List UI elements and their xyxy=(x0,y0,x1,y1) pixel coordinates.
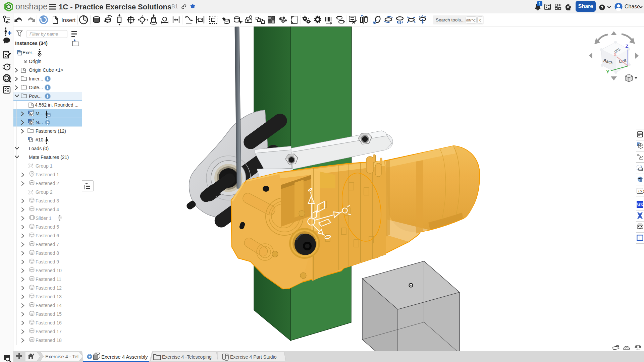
svg-text:MK: MK xyxy=(637,202,644,207)
svg-text:4.562 in. Rounded ...: 4.562 in. Rounded ... xyxy=(35,102,78,108)
svg-text:Insert: Insert xyxy=(61,17,76,23)
svg-text:Search tools...: Search tools... xyxy=(436,17,465,22)
svg-text:Slider 1: Slider 1 xyxy=(36,216,52,221)
svg-text:Fastened 7: Fastened 7 xyxy=(36,242,59,247)
svg-text:Fastened 10: Fastened 10 xyxy=(36,268,62,273)
svg-text:alt/⌥: alt/⌥ xyxy=(466,18,476,22)
svg-text:Exercise 4 - Tel: Exercise 4 - Tel xyxy=(45,354,78,359)
svg-text:Fastened 13: Fastened 13 xyxy=(36,294,62,299)
svg-text:Loads (0): Loads (0) xyxy=(29,146,49,151)
svg-text:Fastened 4: Fastened 4 xyxy=(36,207,59,212)
svg-text:Fastened 16: Fastened 16 xyxy=(36,320,62,325)
svg-text:?: ? xyxy=(601,5,603,10)
svg-text:Fastened 11: Fastened 11 xyxy=(36,277,61,282)
svg-text:1: 1 xyxy=(539,2,541,6)
svg-text:Group 2: Group 2 xyxy=(36,189,53,195)
svg-text:M...: M... xyxy=(36,111,43,116)
svg-text:Fastened 2: Fastened 2 xyxy=(36,181,59,186)
svg-text:Origin: Origin xyxy=(29,59,41,64)
svg-text:Fastened 6: Fastened 6 xyxy=(36,233,59,238)
svg-text:Fastened 14: Fastened 14 xyxy=(36,303,62,308)
svg-text:N...: N... xyxy=(36,120,43,125)
svg-text:Fastened 3: Fastened 3 xyxy=(36,198,59,203)
svg-text:Group 1: Group 1 xyxy=(36,163,53,169)
svg-text:Inner...: Inner... xyxy=(29,76,43,81)
svg-text:Fastened 12: Fastened 12 xyxy=(36,285,62,291)
svg-text:Fasteners (12): Fasteners (12) xyxy=(36,128,66,134)
svg-text:Mate Features (21): Mate Features (21) xyxy=(29,155,69,160)
svg-text:Exercise 4 Assembly: Exercise 4 Assembly xyxy=(101,354,148,360)
svg-text:Exercise 4 Part Studio: Exercise 4 Part Studio xyxy=(230,354,277,360)
svg-text:c: c xyxy=(479,18,481,22)
svg-text:Z: Z xyxy=(625,43,628,49)
svg-text:Fastened 1: Fastened 1 xyxy=(36,172,59,177)
svg-text:Filter by name: Filter by name xyxy=(30,32,58,37)
svg-text:Fastened 18: Fastened 18 xyxy=(36,338,62,343)
svg-text:Exer...: Exer... xyxy=(22,50,36,55)
svg-text:Fastened 8: Fastened 8 xyxy=(36,250,59,256)
svg-text:Origin Cube <1>: Origin Cube <1> xyxy=(29,67,63,73)
svg-text:(x): (x) xyxy=(638,189,644,193)
svg-text:X: X xyxy=(613,52,617,57)
svg-text:Instances (34): Instances (34) xyxy=(15,41,48,46)
svg-text:Pow...: Pow... xyxy=(29,94,42,99)
svg-text:Fastened 5: Fastened 5 xyxy=(36,224,59,230)
svg-text:Fastened 9: Fastened 9 xyxy=(36,259,59,264)
svg-text:Fastened 17: Fastened 17 xyxy=(36,329,62,334)
svg-text:Y: Y xyxy=(606,69,609,74)
svg-text:Fastened 15: Fastened 15 xyxy=(36,311,62,317)
svg-text:Exercise 4 -Telescoping: Exercise 4 -Telescoping xyxy=(162,354,212,360)
svg-text:Oute...: Oute... xyxy=(29,85,43,90)
